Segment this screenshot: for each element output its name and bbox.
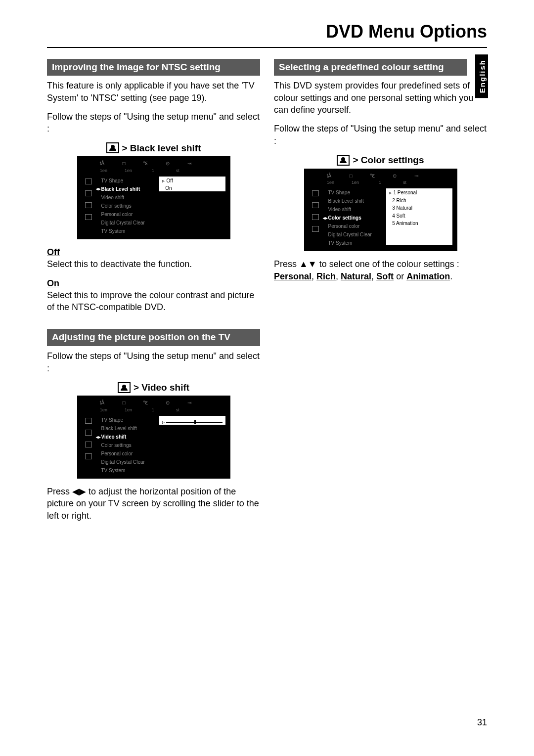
osd-side-icon	[85, 202, 92, 208]
option-name-on: On	[47, 278, 59, 288]
osd-screenshot-black-level: tÅ□°Ɛ⊙⇥ 1en1en1st TV Shape ◂▸Black Level…	[77, 156, 230, 239]
menu-caption-video-shift: > Video shift	[47, 381, 260, 394]
body-text: Press ▲▼ to select one of the colour set…	[274, 258, 487, 282]
body-text: Follow the steps of "Using the setup men…	[274, 123, 487, 147]
picture-icon	[337, 155, 350, 166]
body-text: This DVD system provides four predefined…	[274, 80, 487, 116]
menu-caption-label: > Color settings	[353, 154, 424, 167]
osd-side-icon	[85, 214, 92, 220]
body-text: Select this to improve the colour contra…	[47, 289, 260, 313]
osd-screenshot-video-shift: tÅ□°Ɛ⊙⇥ 1en1en1st TV Shape Black Level s…	[77, 396, 230, 479]
osd-side-icon	[85, 453, 92, 459]
option-name-off: Off	[47, 247, 60, 257]
osd-side-icon	[85, 178, 92, 184]
section-heading-colour: Selecting a predefined colour setting	[274, 59, 467, 76]
osd-side-icon	[85, 190, 92, 196]
right-column: Selecting a predefined colour setting Th…	[274, 59, 487, 529]
menu-caption-color-settings: > Color settings	[274, 154, 487, 167]
menu-caption-label: > Video shift	[134, 381, 189, 394]
body-text: Select this to deactivate the function.	[47, 258, 260, 270]
body-text: Press ◀▶ to adjust the horizontal positi…	[47, 486, 260, 522]
osd-side-icon	[312, 202, 319, 208]
body-text: Follow the steps of "Using the setup men…	[47, 111, 260, 135]
osd-side-icon	[85, 442, 92, 447]
section-heading-ntsc: Improving the image for NTSC setting	[47, 59, 260, 76]
osd-side-icon	[85, 430, 92, 436]
section-heading-position: Adjusting the picture position on the TV	[47, 329, 260, 346]
body-text: Follow the steps of "Using the setup men…	[47, 350, 260, 374]
left-column: Improving the image for NTSC setting Thi…	[47, 59, 260, 529]
osd-screenshot-color-settings: tÅ□°Ɛ⊙⇥ 1en1en1st TV Shape Black Level s…	[304, 169, 457, 252]
picture-icon	[106, 142, 119, 153]
page-number: 31	[477, 716, 487, 728]
page-title: DVD Menu Options	[47, 20, 487, 48]
osd-side-icon	[312, 226, 319, 232]
osd-side-icon	[312, 190, 319, 196]
picture-icon	[118, 382, 131, 393]
osd-side-icon	[85, 418, 92, 424]
body-text: This feature is only applicable if you h…	[47, 80, 260, 104]
menu-caption-black-level: > Black level shift	[47, 142, 260, 155]
osd-side-icon	[312, 214, 319, 220]
menu-caption-label: > Black level shift	[122, 142, 201, 155]
language-tab: English	[475, 54, 488, 98]
